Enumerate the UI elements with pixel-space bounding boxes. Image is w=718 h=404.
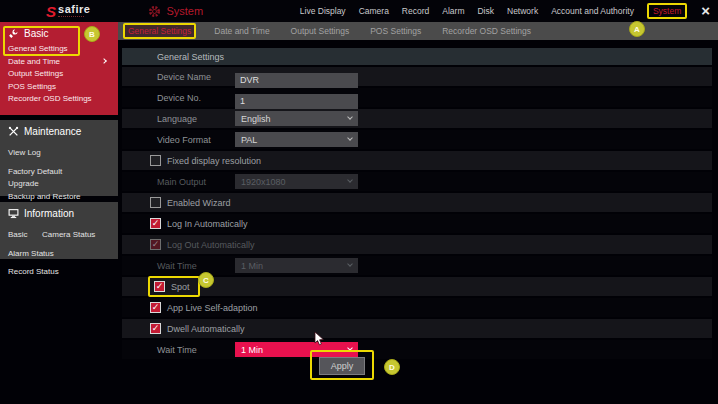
tab-general-settings[interactable]: General Settings xyxy=(123,23,196,39)
tab-recorder-osd-settings[interactable]: Recorder OSD Settings xyxy=(439,24,534,38)
safire-logo: S safire xyxy=(46,3,90,20)
top-bar: S safire System Live Display Camera Reco… xyxy=(0,0,718,22)
spot-label: Spot xyxy=(171,282,190,292)
chevron-down-icon xyxy=(347,261,353,267)
annotation-circle-b: B xyxy=(84,26,100,42)
login-auto-checkbox[interactable]: ✓ xyxy=(150,218,161,229)
tab-date-and-time[interactable]: Date and Time xyxy=(211,24,272,38)
sidebar-item-record-status[interactable]: Record Status xyxy=(8,266,59,279)
device-name-input[interactable] xyxy=(235,73,358,88)
chevron-right-icon xyxy=(101,58,107,64)
row-wait-time-1: Wait Time 1 Min xyxy=(122,256,712,275)
row-language: Language English xyxy=(122,109,712,128)
fixed-display-checkbox[interactable] xyxy=(150,155,161,166)
row-fixed-display: Fixed display resolution xyxy=(122,151,712,170)
sidebar-section-information: Information Basic Camera Status Alarm St… xyxy=(0,202,118,259)
sidebar-section-maintenance: Maintenance View Log Factory Default Upg… xyxy=(0,120,118,196)
menu-record[interactable]: Record xyxy=(402,6,429,16)
sidebar-information-title: Information xyxy=(24,208,74,219)
sidebar: Basic General Settings Date and Time Out… xyxy=(0,22,118,404)
row-device-no: Device No. xyxy=(122,88,712,107)
tab-output-settings[interactable]: Output Settings xyxy=(288,24,353,38)
sidebar-item-view-log[interactable]: View Log xyxy=(8,147,41,160)
menu-disk[interactable]: Disk xyxy=(477,6,494,16)
enabled-wizard-label: Enabled Wizard xyxy=(167,198,231,208)
tab-bar: General Settings Date and Time Output Se… xyxy=(118,22,718,40)
main-output-label: Main Output xyxy=(157,177,206,187)
menu-system[interactable]: System xyxy=(647,3,687,19)
close-icon[interactable]: × xyxy=(701,4,710,18)
row-dwell: ✓ Dwell Automatically xyxy=(122,319,712,338)
annotation-box-spot: ✓ Spot xyxy=(148,276,200,297)
sidebar-item-basic-info[interactable]: Basic xyxy=(8,229,28,242)
sidebar-maintenance-title: Maintenance xyxy=(24,126,81,137)
settings-form: General Settings Device Name Device No. … xyxy=(122,48,712,361)
annotation-box-apply: Apply xyxy=(310,350,374,380)
sidebar-item-pos-settings[interactable]: POS Settings xyxy=(8,81,118,94)
sidebar-item-output-settings[interactable]: Output Settings xyxy=(8,68,118,81)
video-format-dropdown[interactable]: PAL xyxy=(235,132,358,147)
annotation-circle-d: D xyxy=(384,359,400,375)
menu-camera[interactable]: Camera xyxy=(359,6,389,16)
main-output-value: 1920x1080 xyxy=(241,177,286,187)
monitor-icon xyxy=(8,208,19,219)
row-login-auto: ✓ Log In Automatically xyxy=(122,214,712,233)
top-menu: Live Display Camera Record Alarm Disk Ne… xyxy=(300,3,687,19)
device-no-input[interactable] xyxy=(235,94,358,109)
dwell-checkbox[interactable]: ✓ xyxy=(150,323,161,334)
section-header: General Settings xyxy=(122,48,712,65)
row-logout-auto: ✓ Log Out Automatically xyxy=(122,235,712,254)
sidebar-item-alarm-status[interactable]: Alarm Status xyxy=(8,248,54,261)
page-title: System xyxy=(148,5,203,18)
app-live-label: App Live Self-adaption xyxy=(167,303,258,313)
app-live-checkbox[interactable]: ✓ xyxy=(150,302,161,313)
sidebar-item-camera-status[interactable]: Camera Status xyxy=(42,229,95,242)
mouse-cursor-icon xyxy=(314,332,326,346)
enabled-wizard-checkbox[interactable] xyxy=(150,197,161,208)
language-label: Language xyxy=(157,114,197,124)
row-enabled-wizard: Enabled Wizard xyxy=(122,193,712,212)
sidebar-item-recorder-osd-settings[interactable]: Recorder OSD Settings xyxy=(8,93,118,106)
dvr-system-settings-screen: S safire System Live Display Camera Reco… xyxy=(0,0,718,404)
sidebar-item-date-and-time[interactable]: Date and Time xyxy=(8,56,118,69)
menu-account-and-authority[interactable]: Account and Authority xyxy=(551,6,634,16)
sidebar-maintenance-header: Maintenance xyxy=(8,126,118,137)
dwell-label: Dwell Automatically xyxy=(167,324,245,334)
video-format-label: Video Format xyxy=(157,135,211,145)
sidebar-item-factory-default[interactable]: Factory Default xyxy=(8,166,62,179)
row-video-format: Video Format PAL xyxy=(122,130,712,149)
safire-logo-text: safire xyxy=(58,5,90,17)
annotation-box-basic xyxy=(3,26,80,56)
row-app-live: ✓ App Live Self-adaption xyxy=(122,298,712,317)
annotation-circle-a: A xyxy=(629,21,645,37)
row-device-name: Device Name xyxy=(122,67,712,86)
menu-network[interactable]: Network xyxy=(507,6,538,16)
login-auto-label: Log In Automatically xyxy=(167,219,248,229)
chevron-down-icon xyxy=(347,114,353,120)
menu-alarm[interactable]: Alarm xyxy=(442,6,464,16)
apply-button[interactable]: Apply xyxy=(319,357,365,375)
tools-icon xyxy=(8,126,19,137)
fixed-display-label: Fixed display resolution xyxy=(167,156,261,166)
chevron-down-icon xyxy=(347,135,353,141)
row-wait-time-2: Wait Time 1 Min xyxy=(122,340,712,359)
chevron-down-icon xyxy=(347,177,353,183)
device-name-label: Device Name xyxy=(157,72,211,82)
device-no-label: Device No. xyxy=(157,93,201,103)
language-value: English xyxy=(241,114,271,124)
menu-live-display[interactable]: Live Display xyxy=(300,6,346,16)
logout-auto-label: Log Out Automatically xyxy=(167,240,255,250)
safire-logo-icon: S xyxy=(46,3,56,20)
wait-time-2-label: Wait Time xyxy=(157,345,197,355)
wait-time-1-dropdown: 1 Min xyxy=(235,258,358,273)
spot-checkbox[interactable]: ✓ xyxy=(154,281,165,292)
logout-auto-checkbox: ✓ xyxy=(150,239,161,250)
annotation-circle-c: C xyxy=(198,272,214,288)
row-main-output: Main Output 1920x1080 xyxy=(122,172,712,191)
sidebar-item-date-and-time-label: Date and Time xyxy=(8,57,60,66)
sidebar-item-upgrade[interactable]: Upgrade xyxy=(8,178,118,191)
page-title-label: System xyxy=(166,5,203,17)
wait-time-2-value: 1 Min xyxy=(241,345,263,355)
tab-pos-settings[interactable]: POS Settings xyxy=(367,24,424,38)
language-dropdown[interactable]: English xyxy=(235,111,358,126)
